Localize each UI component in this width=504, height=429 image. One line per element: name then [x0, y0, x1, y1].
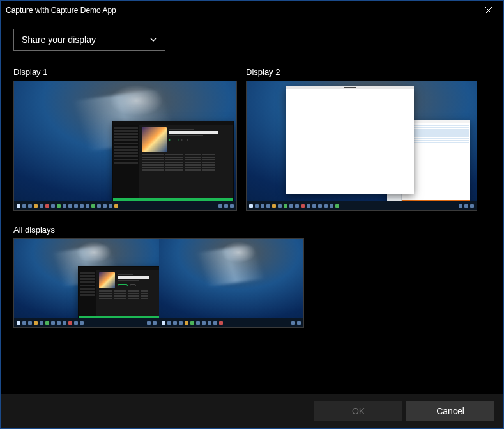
playlist-kicker: [169, 129, 194, 130]
window-title: Capture with Capture Demo App: [6, 6, 474, 15]
toolbar: Share your display: [1, 20, 503, 56]
capture-picker-window: Capture with Capture Demo App Share your…: [0, 0, 504, 429]
option-all-displays: All displays: [13, 225, 491, 328]
share-mode-dropdown[interactable]: Share your display: [13, 29, 165, 51]
dropdown-label: Share your display: [22, 35, 96, 45]
all-displays-row: All displays: [13, 225, 491, 328]
display-row: Display 1: [13, 67, 491, 211]
content-area: Display 1: [1, 56, 503, 394]
taskbar: [247, 201, 477, 210]
blank-app-preview: [286, 86, 414, 194]
titlebar: Capture with Capture Demo App: [1, 1, 503, 20]
music-app-preview: [78, 266, 159, 321]
option-label: Display 1: [13, 67, 237, 77]
all-displays-thumbnail[interactable]: [13, 238, 304, 328]
close-icon: [485, 7, 492, 13]
display-2-thumbnail[interactable]: [246, 81, 477, 211]
option-display-2: Display 2: [246, 67, 477, 211]
option-label: All displays: [13, 225, 491, 235]
option-label: Display 2: [246, 67, 477, 77]
playlist-title: [169, 131, 218, 134]
ok-button[interactable]: OK: [314, 401, 402, 421]
album-art: [142, 127, 167, 152]
footer: OK Cancel: [1, 394, 503, 428]
music-app-preview: [112, 121, 234, 203]
close-button[interactable]: [474, 1, 503, 20]
option-display-1: Display 1: [13, 67, 237, 211]
cancel-button[interactable]: Cancel: [406, 401, 494, 421]
taskbar: [14, 201, 236, 210]
display-1-thumbnail[interactable]: [13, 81, 237, 211]
chevron-down-icon: [149, 36, 157, 43]
